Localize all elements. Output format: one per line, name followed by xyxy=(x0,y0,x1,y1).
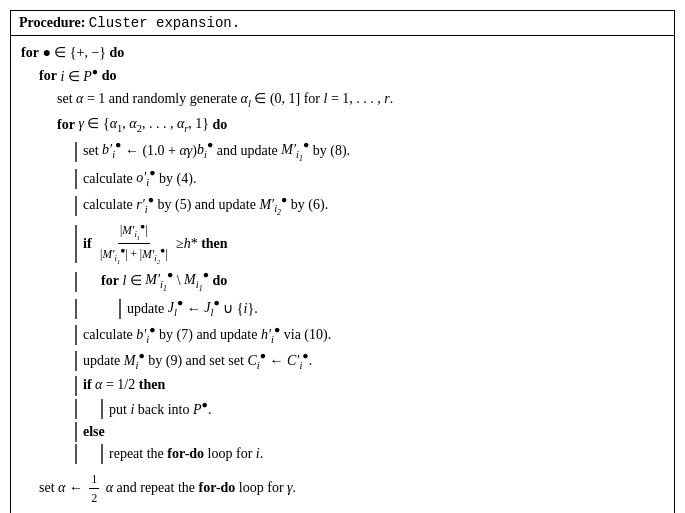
kw-for-3: for xyxy=(57,114,75,136)
kw-for-1: for xyxy=(21,42,39,64)
line-2: for i ∈ P● do xyxy=(21,64,664,88)
line-5: set b′i● ← (1.0 + αγ)bi● and update M′i1… xyxy=(21,138,664,166)
line-8: if |M′i1●| |M′i1●| + |M′i2●| ≥ h* then xyxy=(21,220,664,267)
var-i: i ∈ P● xyxy=(60,64,98,88)
kw-do-1: do xyxy=(110,42,125,64)
vbar-6 xyxy=(75,299,77,319)
algorithm-content: for ● ∈ {+, −} do for i ∈ P● do set α = … xyxy=(11,36,674,513)
line-11: calculate b′i● by (7) and update h′i● vi… xyxy=(21,322,664,348)
line-17: set α ← 1 2 α and repeat the for-do loop… xyxy=(21,470,664,508)
line-6: calculate o′i● by (4). xyxy=(21,166,664,192)
line-14: put i back into P●. xyxy=(21,397,664,421)
vbar-9 xyxy=(75,351,77,371)
vbar-2 xyxy=(75,169,77,189)
kw-for-2: for xyxy=(39,65,57,87)
bullet-1: ● ∈ {+, −} xyxy=(42,42,106,64)
vbar-15 xyxy=(101,444,103,464)
line-13: if α = 1/2 then xyxy=(21,374,664,396)
algorithm-box: Procedure: Cluster expansion. for ● ∈ {+… xyxy=(10,10,675,513)
line-15: else xyxy=(21,421,664,443)
line-12: update Mi● by (9) and set set Ci● ← C′i●… xyxy=(21,348,664,374)
vbar-4 xyxy=(75,225,77,263)
kw-do-3: do xyxy=(213,114,228,136)
procedure-label: Procedure: xyxy=(19,15,85,30)
procedure-header: Procedure: Cluster expansion. xyxy=(11,11,674,36)
vbar-12 xyxy=(101,399,103,419)
line-16: repeat the for-do loop for i. xyxy=(21,443,664,465)
line-3: set α = 1 and randomly generate αl ∈ (0,… xyxy=(21,88,664,113)
kw-do-2: do xyxy=(102,65,117,87)
vbar-11 xyxy=(75,399,77,419)
vbar-14 xyxy=(75,444,77,464)
vbar-5 xyxy=(75,272,77,292)
line-7: calculate r′i● by (5) and update M′i2● b… xyxy=(21,192,664,220)
vbar-13 xyxy=(75,422,77,442)
procedure-name: Cluster expansion. xyxy=(89,15,240,31)
line-10: update Jl● ← Jl● ∪ {i}. xyxy=(21,296,664,322)
vbar-7 xyxy=(119,299,121,319)
vbar-1 xyxy=(75,142,77,162)
line-9: for l ∈ M′i1● \ Mi1● do xyxy=(21,268,664,296)
fraction-condition: |M′i1●| |M′i1●| + |M′i2●| xyxy=(98,220,169,267)
line-4: for γ ∈ {α1, α2, . . . , αr, 1} do xyxy=(21,113,664,138)
vbar-10 xyxy=(75,376,77,396)
vbar-8 xyxy=(75,325,77,345)
line-1: for ● ∈ {+, −} do xyxy=(21,42,664,64)
vbar-3 xyxy=(75,196,77,216)
fraction-alpha: 1 2 xyxy=(89,470,99,508)
